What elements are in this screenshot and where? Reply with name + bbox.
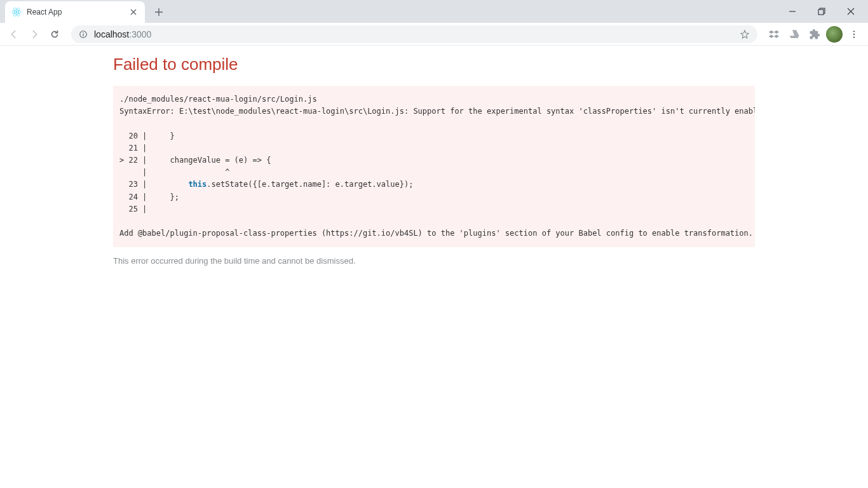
error-overlay: Failed to compile ./node_modules/react-m…: [113, 46, 755, 274]
code-line: 23 | this.setState({[e.target.name]: e.t…: [119, 180, 413, 189]
code-line: 24 | };: [119, 193, 179, 201]
url-text: localhost:3000: [94, 29, 151, 39]
error-file-path: ./node_modules/react-mua-login/src/Login…: [119, 95, 317, 104]
code-caret: | ^: [119, 168, 229, 177]
error-title: Failed to compile: [113, 55, 755, 86]
minimize-button[interactable]: [778, 1, 807, 22]
svg-point-9: [853, 30, 855, 32]
svg-point-0: [16, 11, 18, 13]
error-message-block: ./node_modules/react-mua-login/src/Login…: [113, 86, 755, 247]
code-line: 25 |: [119, 205, 152, 214]
new-tab-button[interactable]: [150, 3, 168, 21]
chrome-menu-button[interactable]: [845, 25, 863, 43]
browser-tab[interactable]: React App: [5, 1, 145, 23]
tab-title: React App: [27, 8, 123, 17]
code-line: 20 | }: [119, 132, 175, 140]
close-window-button[interactable]: [836, 1, 865, 22]
dropbox-extension-icon[interactable]: [765, 25, 783, 43]
maximize-button[interactable]: [807, 1, 836, 22]
react-favicon: [11, 7, 22, 17]
browser-toolbar: localhost:3000: [0, 23, 868, 46]
svg-rect-5: [818, 10, 824, 15]
close-tab-icon[interactable]: [128, 7, 139, 17]
error-fix-suggestion: Add @babel/plugin-proposal-class-propert…: [119, 229, 753, 238]
window-controls: [778, 0, 868, 23]
browser-tab-strip: React App: [0, 0, 868, 23]
svg-rect-8: [83, 33, 83, 36]
drive-extension-icon[interactable]: [785, 25, 803, 43]
svg-point-7: [83, 32, 83, 32]
back-button[interactable]: [5, 25, 23, 43]
extensions-puzzle-icon[interactable]: [806, 25, 824, 43]
address-bar[interactable]: localhost:3000: [71, 25, 757, 43]
profile-avatar[interactable]: [826, 26, 843, 43]
reload-button[interactable]: [46, 25, 64, 43]
info-icon[interactable]: [79, 30, 88, 39]
page-viewport: Failed to compile ./node_modules/react-m…: [0, 46, 868, 274]
code-line: 21 |: [119, 144, 152, 152]
forward-button[interactable]: [25, 25, 43, 43]
svg-point-10: [853, 33, 855, 34]
error-footer-note: This error occurred during the build tim…: [113, 247, 755, 274]
error-syntax-message: SyntaxError: E:\test\node_modules\react-…: [119, 107, 755, 116]
bookmark-star-icon[interactable]: [740, 29, 750, 39]
code-line-highlight: > 22 | changeValue = (e) => {: [119, 156, 271, 165]
svg-point-11: [853, 36, 855, 37]
